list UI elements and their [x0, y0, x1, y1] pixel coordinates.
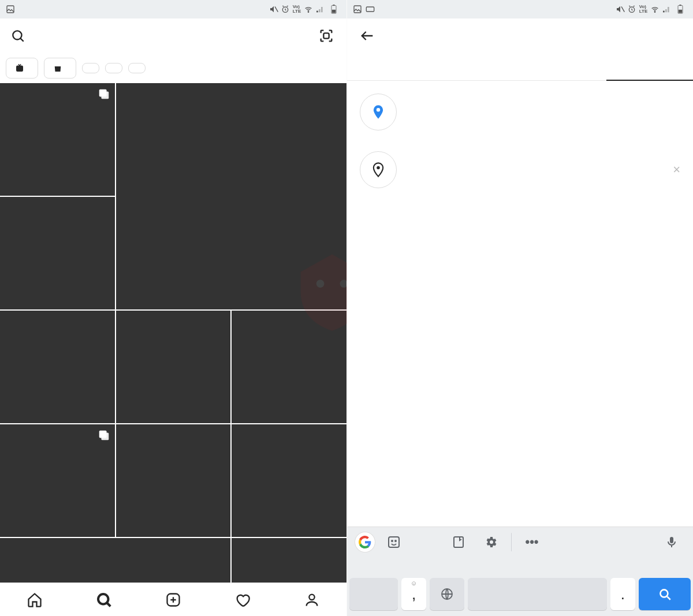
nav-activity[interactable]: [231, 588, 254, 611]
carousel-icon: [98, 88, 110, 100]
svg-rect-10: [101, 91, 109, 99]
gif-button[interactable]: [413, 531, 439, 554]
keyboard-toolbar: •••: [347, 527, 693, 557]
carousel-icon: [98, 429, 110, 442]
recent-place-row[interactable]: ×: [347, 144, 693, 195]
location-pin-icon: [360, 94, 397, 130]
phone-search-places: Vo)LTE: [346, 0, 693, 616]
key-symbols[interactable]: [349, 578, 398, 610]
svg-rect-5: [332, 10, 336, 13]
svg-point-6: [13, 31, 21, 39]
nav-profile[interactable]: [300, 588, 323, 611]
svg-point-32: [660, 589, 668, 597]
phone-explore: Vo)LTE: [0, 0, 346, 616]
svg-rect-23: [679, 5, 681, 6]
grid-tile[interactable]: [0, 197, 115, 309]
search-header: [0, 18, 346, 53]
keyboard-row-bottom: ☺, .: [347, 578, 693, 616]
svg-rect-19: [366, 7, 374, 12]
svg-rect-12: [101, 432, 109, 440]
svg-rect-26: [389, 537, 399, 547]
key-search[interactable]: [639, 578, 691, 610]
chip-science[interactable]: [82, 63, 99, 73]
nearby-places-row[interactable]: [347, 87, 693, 137]
google-icon[interactable]: [355, 532, 375, 552]
svg-point-27: [392, 540, 393, 542]
emoji-hint-icon: ☺: [411, 580, 417, 587]
mic-icon[interactable]: [658, 531, 685, 554]
key-language[interactable]: [430, 578, 464, 610]
svg-point-2: [308, 12, 308, 12]
svg-rect-24: [679, 10, 682, 13]
svg-point-15: [98, 594, 109, 604]
grid-tile-large[interactable]: [116, 83, 346, 309]
battery-icon: [329, 5, 338, 14]
nav-newpost[interactable]: [162, 588, 185, 611]
chip-auto[interactable]: [128, 63, 146, 73]
explore-grid: [0, 83, 346, 583]
svg-rect-30: [670, 537, 673, 543]
settings-icon[interactable]: [478, 531, 504, 554]
search-header: [347, 18, 693, 53]
grid-tile[interactable]: [232, 424, 346, 537]
gallery-icon: [6, 5, 15, 14]
mute-icon: [616, 5, 625, 14]
location-outline-icon: [360, 151, 397, 188]
chip-shop[interactable]: [44, 58, 76, 79]
category-chips: [0, 53, 346, 83]
gallery-icon: [353, 5, 362, 14]
igtv-icon: [14, 63, 25, 73]
search-input[interactable]: [10, 28, 307, 43]
grid-tile[interactable]: [116, 311, 231, 423]
wifi-icon: [304, 5, 313, 14]
grid-tile[interactable]: [116, 424, 231, 537]
volte-icon: Vo)LTE: [639, 5, 648, 14]
nav-home[interactable]: [23, 588, 46, 611]
tab-hashtag[interactable]: [520, 53, 607, 81]
tab-all[interactable]: [347, 53, 434, 81]
soft-keyboard: ••• ☺, .: [347, 527, 693, 616]
search-icon: [10, 28, 25, 43]
back-button[interactable]: [357, 26, 377, 46]
clear-recent-button[interactable]: ×: [673, 163, 680, 176]
grid-tile[interactable]: [232, 538, 346, 583]
svg-point-28: [395, 540, 396, 542]
bottom-nav: [0, 583, 346, 616]
svg-rect-0: [7, 6, 14, 13]
keyboard-indicator-icon: [366, 5, 375, 14]
chip-igtv[interactable]: [6, 58, 38, 79]
nav-search[interactable]: [92, 588, 116, 611]
volte-icon: Vo)LTE: [292, 5, 301, 14]
grid-tile[interactable]: [0, 83, 115, 196]
svg-rect-7: [323, 33, 329, 38]
key-period[interactable]: .: [610, 578, 635, 610]
sticker-icon[interactable]: [381, 531, 407, 554]
wifi-icon: [650, 5, 660, 14]
grid-tile[interactable]: [0, 311, 115, 423]
svg-rect-4: [333, 5, 334, 6]
tab-account[interactable]: [434, 53, 520, 81]
key-space[interactable]: [468, 578, 607, 610]
svg-point-25: [377, 167, 379, 169]
separator: [511, 533, 512, 551]
chip-style[interactable]: [105, 63, 122, 73]
grid-tile[interactable]: [232, 311, 346, 423]
grid-tile[interactable]: [0, 424, 115, 537]
battery-icon: [676, 5, 685, 14]
alarm-icon: [627, 5, 636, 14]
key-comma[interactable]: ☺,: [401, 578, 426, 610]
svg-rect-8: [16, 66, 23, 72]
shop-icon: [53, 63, 63, 73]
grid-tile[interactable]: [0, 538, 230, 583]
alarm-icon: [281, 5, 290, 14]
clipboard-icon[interactable]: [445, 531, 472, 554]
svg-rect-29: [454, 537, 463, 547]
svg-point-17: [309, 594, 314, 599]
scan-icon[interactable]: [316, 26, 336, 46]
more-icon[interactable]: •••: [519, 531, 545, 554]
svg-point-21: [654, 12, 655, 12]
mute-icon: [269, 5, 278, 14]
status-bar: Vo)LTE: [347, 0, 693, 18]
signal-icon: [315, 5, 325, 14]
tab-places[interactable]: [606, 53, 693, 81]
